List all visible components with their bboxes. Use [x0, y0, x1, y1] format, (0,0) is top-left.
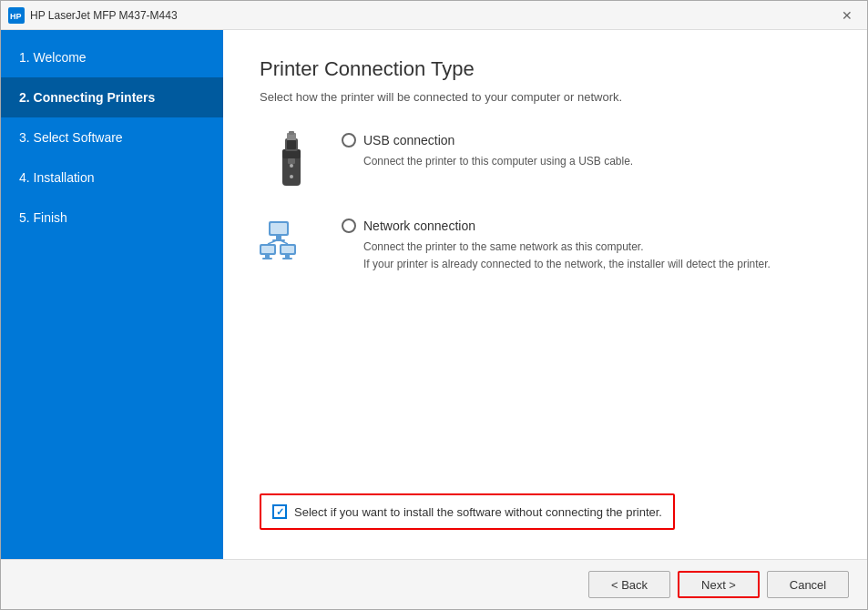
svg-rect-24	[281, 246, 294, 253]
network-radio[interactable]	[342, 219, 356, 233]
page-title: Printer Connection Type	[260, 57, 831, 81]
checkbox-area: Select if you want to install the softwa…	[260, 493, 675, 530]
sidebar-item-connecting-printers[interactable]: 2. Connecting Printers	[1, 77, 223, 117]
svg-rect-5	[287, 140, 296, 149]
network-label-row: Network connection	[342, 219, 831, 233]
main-content: Printer Connection Type Select how the p…	[223, 30, 867, 559]
usb-label-row: USB connection	[342, 133, 831, 147]
network-option-desc: Connect the printer to the same network …	[363, 239, 831, 273]
cancel-button[interactable]: Cancel	[767, 571, 849, 598]
usb-option: USB connection Connect the printer to th…	[260, 131, 831, 195]
sidebar-item-finish[interactable]: 5. Finish	[1, 198, 223, 238]
svg-rect-16	[262, 258, 272, 259]
sidebar-item-welcome[interactable]: 1. Welcome	[1, 37, 223, 77]
svg-rect-18	[285, 255, 290, 258]
window-title: HP LaserJet MFP M437-M443	[30, 9, 834, 22]
content-area: 1. Welcome 2. Connecting Printers 3. Sel…	[1, 30, 867, 559]
svg-rect-10	[289, 131, 294, 135]
title-bar: HP HP LaserJet MFP M437-M443 ✕	[1, 1, 867, 30]
sidebar-item-installation[interactable]: 4. Installation	[1, 158, 223, 198]
sidebar-item-select-software[interactable]: 3. Select Software	[1, 117, 223, 158]
svg-point-8	[290, 175, 293, 178]
back-button[interactable]: < Back	[588, 571, 670, 598]
svg-rect-23	[261, 246, 274, 253]
close-button[interactable]: ✕	[834, 3, 860, 28]
usb-icon	[260, 131, 323, 195]
usb-option-desc: Connect the printer to this computer usi…	[363, 153, 831, 170]
next-button[interactable]: Next >	[678, 571, 760, 598]
svg-text:HP: HP	[10, 12, 22, 21]
svg-rect-15	[265, 255, 270, 258]
bottom-section: Select if you want to install the softwa…	[260, 479, 831, 559]
usb-option-title: USB connection	[363, 133, 454, 147]
svg-rect-22	[271, 223, 287, 234]
app-icon: HP	[8, 7, 25, 24]
install-without-printer-checkbox[interactable]	[272, 504, 287, 519]
connection-options: USB connection Connect the printer to th…	[260, 131, 831, 479]
usb-radio[interactable]	[342, 133, 356, 147]
sidebar: 1. Welcome 2. Connecting Printers 3. Sel…	[1, 30, 223, 559]
svg-point-7	[290, 164, 293, 168]
network-option: Network connection Connect the printer t…	[260, 217, 831, 273]
svg-rect-6	[288, 158, 295, 164]
page-subtitle: Select how the printer will be connected…	[260, 90, 831, 104]
usb-option-details: USB connection Connect the printer to th…	[342, 131, 831, 170]
network-option-details: Network connection Connect the printer t…	[342, 217, 831, 273]
svg-rect-12	[276, 236, 281, 239]
network-icon	[260, 217, 323, 271]
footer: < Back Next > Cancel	[1, 559, 867, 609]
svg-rect-19	[282, 258, 292, 259]
main-window: HP HP LaserJet MFP M437-M443 ✕ 1. Welcom…	[0, 0, 868, 610]
checkbox-label: Select if you want to install the softwa…	[294, 505, 662, 519]
network-option-title: Network connection	[363, 219, 475, 233]
